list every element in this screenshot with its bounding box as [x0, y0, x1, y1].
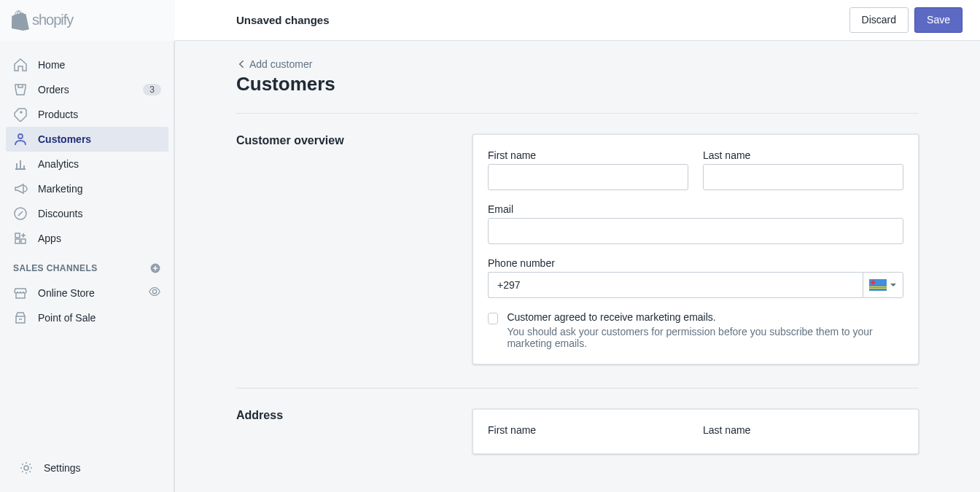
- address-first-name-label: First name: [488, 424, 688, 436]
- caret-down-icon: [890, 281, 897, 289]
- save-button[interactable]: Save: [914, 7, 962, 33]
- sidebar-item-discounts[interactable]: Discounts: [6, 201, 168, 226]
- sales-channels-heading: SALES CHANNELS: [0, 251, 174, 280]
- sales-channels-label: SALES CHANNELS: [13, 263, 98, 273]
- sidebar-item-label: Home: [38, 59, 65, 71]
- email-input[interactable]: [488, 218, 903, 244]
- online-store-icon: [13, 286, 28, 300]
- section-customer-overview: Customer overview First name Last name E…: [236, 134, 919, 364]
- sidebar-channel-pos[interactable]: Point of Sale: [6, 305, 168, 330]
- svg-point-7: [24, 466, 28, 470]
- sidebar-item-products[interactable]: Products: [6, 102, 168, 127]
- discounts-icon: [13, 206, 28, 221]
- chevron-left-icon: [236, 58, 248, 70]
- overview-card: First name Last name Email Phone num: [472, 134, 919, 364]
- marketing-help-text: You should ask your customers for permis…: [507, 326, 903, 349]
- top-bar: shopify Unsaved changes Discard Save: [0, 0, 980, 41]
- address-card: First name Last name: [472, 409, 919, 454]
- orders-badge: 3: [143, 84, 161, 95]
- shopify-logo-icon: [12, 10, 29, 31]
- page-title: Customers: [236, 73, 919, 95]
- pos-icon: [13, 311, 28, 325]
- address-last-name-label: Last name: [703, 424, 903, 436]
- view-store-icon[interactable]: [148, 285, 161, 300]
- products-icon: [13, 107, 28, 122]
- sidebar-item-label: Products: [38, 109, 78, 120]
- marketing-emails-checkbox[interactable]: [488, 313, 498, 324]
- svg-rect-3: [21, 239, 26, 243]
- sidebar-item-label: Apps: [38, 233, 61, 244]
- sidebar-channel-online-store[interactable]: Online Store: [6, 280, 168, 305]
- email-label: Email: [488, 203, 903, 215]
- home-icon: [13, 58, 28, 72]
- discard-button[interactable]: Discard: [849, 7, 909, 33]
- svg-point-6: [152, 289, 156, 293]
- sidebar: Home Orders 3 Products Customers Analyti…: [0, 41, 175, 492]
- sidebar-item-orders[interactable]: Orders 3: [6, 77, 168, 102]
- unsaved-changes-label: Unsaved changes: [236, 14, 330, 26]
- breadcrumb[interactable]: Add customer: [236, 58, 919, 70]
- sidebar-item-settings[interactable]: Settings: [12, 456, 163, 480]
- sidebar-item-analytics[interactable]: Analytics: [6, 152, 168, 176]
- settings-icon: [19, 461, 34, 475]
- sidebar-item-label: Settings: [44, 462, 81, 474]
- sidebar-item-home[interactable]: Home: [6, 52, 168, 77]
- overview-heading: Customer overview: [236, 134, 458, 147]
- apps-icon: [13, 231, 28, 246]
- orders-icon: [13, 82, 28, 97]
- svg-point-0: [18, 134, 23, 138]
- divider: [236, 388, 919, 388]
- last-name-input[interactable]: [703, 164, 903, 190]
- sidebar-item-label: Orders: [38, 84, 69, 95]
- analytics-icon: [13, 157, 28, 171]
- svg-rect-2: [15, 233, 20, 238]
- sidebar-item-label: Discounts: [38, 208, 82, 219]
- last-name-label: Last name: [703, 149, 903, 161]
- main-content: Add customer Customers Customer overview…: [175, 41, 980, 492]
- customers-icon: [13, 132, 28, 147]
- brand-name: shopify: [32, 12, 73, 28]
- add-channel-icon[interactable]: [149, 262, 161, 274]
- breadcrumb-label: Add customer: [249, 58, 312, 70]
- sidebar-item-label: Online Store: [38, 287, 95, 299]
- sidebar-item-label: Analytics: [38, 158, 79, 170]
- sidebar-item-customers[interactable]: Customers: [6, 127, 168, 152]
- first-name-input[interactable]: [488, 164, 688, 190]
- sidebar-item-apps[interactable]: Apps: [6, 226, 168, 251]
- sidebar-item-marketing[interactable]: Marketing: [6, 176, 168, 201]
- phone-input[interactable]: [488, 272, 863, 298]
- divider: [236, 113, 919, 114]
- section-address: Address First name Last name: [236, 409, 919, 454]
- sidebar-item-label: Point of Sale: [38, 312, 96, 324]
- flag-icon: [869, 279, 887, 291]
- marketing-checkbox-label: Customer agreed to receive marketing ema…: [507, 311, 903, 323]
- logo-area[interactable]: shopify: [0, 0, 175, 41]
- first-name-label: First name: [488, 149, 688, 161]
- unsaved-bar: Unsaved changes Discard Save: [175, 7, 980, 33]
- svg-rect-4: [15, 239, 20, 243]
- address-heading: Address: [236, 409, 458, 422]
- country-code-selector[interactable]: [863, 272, 903, 298]
- phone-label: Phone number: [488, 257, 903, 269]
- sidebar-item-label: Marketing: [38, 183, 82, 195]
- sidebar-item-label: Customers: [38, 133, 91, 145]
- marketing-icon: [13, 181, 28, 196]
